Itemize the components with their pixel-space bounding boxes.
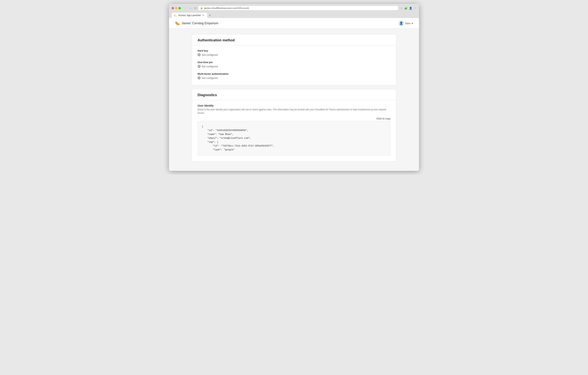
close-traffic-light[interactable]	[172, 7, 174, 9]
hard-key-item: Hard key Not configured	[198, 49, 390, 56]
hard-key-status-text: Not configured	[202, 54, 218, 56]
refresh-button[interactable]: ↻	[194, 7, 197, 10]
one-time-pin-status-text: Not configured	[202, 65, 218, 68]
address-bar[interactable]: 🔒 james.cloudflarereaccess.com/#/Account	[198, 6, 398, 11]
back-button[interactable]: ←	[183, 6, 188, 10]
browser-titlebar: ← → ↻ 🔒 james.cloudflarereaccess.com/#/A…	[169, 4, 419, 18]
forward-button[interactable]: →	[188, 6, 193, 10]
user-name: Sam	[405, 22, 410, 25]
hard-key-label: Hard key	[198, 49, 390, 52]
one-time-pin-item: One-time pin Not configured	[198, 61, 390, 68]
tab-favicon: 🌥️	[174, 14, 177, 17]
mfa-status: Not configured	[198, 77, 390, 79]
one-time-pin-label: One-time pin	[198, 61, 390, 64]
mfa-item: Multi-factor authentication Not configur…	[198, 72, 390, 79]
tab-close-button[interactable]: ✕	[202, 14, 204, 16]
extensions-icon[interactable]: 🧩	[404, 7, 408, 10]
user-menu[interactable]: 👤 Sam ▾	[399, 21, 413, 26]
browser-window: ← → ↻ 🔒 james.cloudflarereaccess.com/#/A…	[169, 4, 419, 171]
auth-section-title: Authentication method	[198, 38, 390, 42]
tabs-row: 🌥️ Access: App Launcher ✕ +	[172, 13, 416, 18]
mfa-status-icon	[198, 77, 201, 79]
user-identity-description: Below is the user identity your organiza…	[198, 108, 390, 115]
user-identity-json: { "id": "103616583934998960058", "name":…	[198, 121, 390, 155]
maximize-traffic-light[interactable]	[178, 7, 181, 9]
star-icon[interactable]: ☆	[400, 7, 403, 10]
click-to-copy-button[interactable]: Click to copy	[376, 117, 390, 120]
nav-buttons: ← →	[183, 6, 193, 10]
new-tab-button[interactable]: +	[207, 13, 212, 18]
profile-icon[interactable]: 👤	[409, 7, 412, 10]
user-identity-title: User identity	[198, 104, 390, 107]
main-content: Authentication method Hard key Not confi…	[169, 29, 419, 171]
traffic-lights	[172, 7, 181, 9]
user-identity-section: User identity Below is the user identity…	[192, 100, 396, 161]
one-time-pin-status-icon	[198, 65, 201, 68]
user-avatar-icon: 👤	[399, 21, 404, 26]
mfa-status-text: Not configured	[202, 77, 218, 79]
lock-icon: 🔒	[200, 7, 203, 9]
auth-card-header: Authentication method	[192, 34, 396, 45]
diagnostics-section-title: Diagnostics	[198, 93, 390, 97]
app-navbar: 🌭 James' Corndog Emporium 👤 Sam ▾	[169, 18, 419, 29]
browser-controls: ← → ↻ 🔒 james.cloudflarereaccess.com/#/A…	[172, 6, 416, 11]
hard-key-status: Not configured	[198, 53, 390, 56]
diagnostics-card: Diagnostics User identity Below is the u…	[192, 89, 396, 161]
app-logo: 🌭 James' Corndog Emporium	[175, 21, 218, 26]
browser-right-controls: ☆ 🧩 👤 ⋮	[400, 7, 416, 10]
menu-icon[interactable]: ⋮	[414, 7, 416, 10]
hard-key-status-icon	[198, 53, 201, 56]
authentication-method-card: Authentication method Hard key Not confi…	[192, 34, 396, 85]
click-to-copy-container: Click to copy	[198, 117, 390, 120]
app-name: James' Corndog Emporium	[182, 22, 218, 25]
user-dropdown-chevron: ▾	[412, 22, 413, 25]
logo-emoji: 🌭	[175, 21, 180, 26]
one-time-pin-status: Not configured	[198, 65, 390, 68]
diagnostics-card-header: Diagnostics	[192, 89, 396, 100]
url-text: james.cloudflarereaccess.com/#/Account	[204, 7, 249, 10]
auth-card-body: Hard key Not configured One-time pin Not…	[192, 45, 396, 85]
page-content: 🌭 James' Corndog Emporium 👤 Sam ▾ Authen…	[169, 18, 419, 171]
mfa-label: Multi-factor authentication	[198, 72, 390, 75]
active-tab[interactable]: 🌥️ Access: App Launcher ✕	[172, 13, 207, 18]
tab-title: Access: App Launcher	[178, 14, 201, 17]
minimize-traffic-light[interactable]	[175, 7, 177, 9]
